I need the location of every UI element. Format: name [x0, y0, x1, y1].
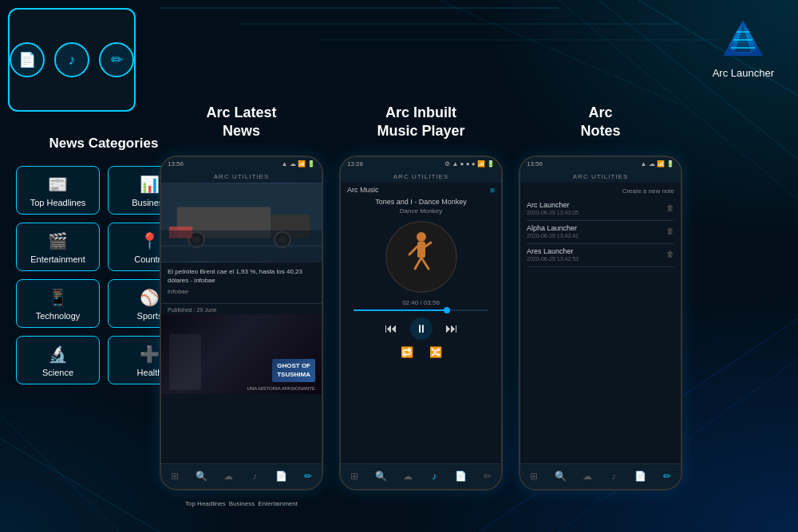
nav-grid-icon[interactable]: ⊞	[525, 467, 543, 485]
note-2-row: Alpha Launcher 2020-06-29 13:42:41 🗑	[527, 224, 674, 238]
news-divider	[161, 303, 322, 304]
play-pause-button[interactable]: ⏸	[410, 317, 433, 340]
news-phone-bottom-nav: ⊞ 🔍 ☁ ♪ 📄 ✏	[161, 463, 322, 489]
prev-track-button[interactable]: ⏮	[385, 321, 397, 336]
health-label: Health	[137, 368, 163, 377]
music-progress-fill	[354, 309, 448, 311]
time-display: 02:40 / 03:56	[347, 299, 495, 306]
nav-music-icon[interactable]: ♪	[605, 467, 622, 485]
ghost-tsushima-subtitle: UNA HISTORIA APASIONANTE	[247, 386, 315, 391]
music-phone-content: Arc Music ≡ Tones and I - Dance Monkey D…	[341, 183, 501, 361]
news-section-title: Arc Latest News	[206, 104, 276, 141]
arc-launcher-logo: Arc Launcher	[713, 16, 774, 81]
notes-phone-content: Create a new note Arc Launcher 2020-06-2…	[520, 183, 681, 275]
note-3-row: Ares Launcher 2020-06-29 13:42:53 🗑	[527, 247, 674, 262]
nav-doc-icon[interactable]: 📄	[632, 467, 650, 485]
notes-phone-header: ARC UTILITIES	[520, 171, 681, 183]
notes-section: Arc Notes 13:56 ▲ ☁ 📶 🔋 ARC UTILITIES Cr…	[519, 104, 682, 491]
album-art-illustration	[387, 223, 456, 291]
science-label: Science	[42, 368, 73, 377]
nav-doc-icon[interactable]: 📄	[452, 467, 470, 485]
top-headlines-icon: 📰	[48, 175, 68, 194]
business-icon: 📊	[140, 175, 160, 194]
nav-search-icon[interactable]: 🔍	[372, 467, 389, 485]
nav-edit-icon[interactable]: ✏	[658, 467, 676, 485]
news-phone-content: El petróleo Brent cae el 1,93 %, hasta l…	[161, 183, 322, 483]
nav-search-icon[interactable]: 🔍	[192, 467, 210, 485]
note-divider-3	[527, 266, 674, 267]
nav-edit-icon[interactable]: ✏	[299, 467, 317, 485]
music-controls: ⏮ ⏸ ⏭	[347, 317, 495, 340]
news-article1-image	[161, 183, 322, 262]
repeat-button[interactable]: 🔁	[401, 346, 413, 358]
music-header-row: Arc Music ≡	[347, 186, 495, 195]
music-icon-btn[interactable]: ♪	[54, 42, 89, 77]
music-progress-bar[interactable]	[354, 309, 488, 311]
category-entertainment[interactable]: 🎬 Entertainment	[16, 223, 100, 271]
svg-point-27	[417, 232, 426, 242]
nav-music-icon[interactable]: ♪	[246, 467, 263, 485]
svg-line-9	[0, 415, 120, 532]
entertainment-icon: 🎬	[48, 231, 68, 250]
ghost-tsushima-title: GHOST OFTSUSHIMA	[272, 359, 315, 382]
news-article2-image: GHOST OFTSUSHIMA UNA HISTORIA APASIONANT…	[161, 314, 322, 394]
health-icon: ➕	[140, 345, 160, 364]
category-science[interactable]: 🔬 Science	[16, 336, 100, 384]
news-phone-mockup: 13:56 ▲ ☁ 📶 🔋 ARC UTILITIES	[160, 156, 323, 491]
arc-logo-text: Arc Launcher	[713, 67, 774, 81]
news-section: Arc Latest News 13:56 ▲ ☁ 📶 🔋 ARC UTILIT…	[160, 104, 323, 507]
news-phone-header: ARC UTILITIES	[161, 171, 322, 183]
note-2-delete-button[interactable]: 🗑	[666, 227, 674, 235]
nav-cloud-icon[interactable]: ☁	[579, 467, 596, 485]
news-bottom-labels: Top Headlines Business Entertainment	[185, 500, 298, 507]
nav-doc-icon[interactable]: 📄	[273, 467, 290, 485]
create-new-note-button[interactable]: Create a new note	[527, 187, 674, 195]
top-left-phone-widget: 📄 ♪ ✏	[8, 8, 136, 112]
nav-search-icon[interactable]: 🔍	[551, 467, 569, 485]
music-filter-icon[interactable]: ≡	[490, 186, 495, 195]
note-item-2: Alpha Launcher 2020-06-29 13:42:41 🗑	[527, 224, 674, 238]
news-phone-status-bar: 13:56 ▲ ☁ 📶 🔋	[161, 157, 322, 171]
music-phone-header: ARC UTILITIES	[341, 171, 501, 183]
music-phone-bottom-nav: ⊞ 🔍 ☁ ♪ 📄 ✏	[341, 463, 501, 489]
edit-icon-btn[interactable]: ✏	[99, 42, 134, 77]
warrior-figure	[169, 334, 201, 390]
nav-cloud-icon[interactable]: ☁	[219, 467, 237, 485]
note-divider-1	[527, 220, 674, 221]
sports-icon: ⚾	[140, 288, 160, 307]
category-top-headlines[interactable]: 📰 Top Headlines	[16, 166, 100, 215]
sports-label: Sports	[137, 311, 163, 321]
arc-logo-icon	[719, 16, 767, 64]
doc-icon-btn[interactable]: 📄	[10, 42, 45, 77]
note-1-content: Arc Launcher 2020-06-29 13:43:05	[527, 201, 579, 215]
technology-label: Technology	[36, 311, 81, 321]
shuffle-button[interactable]: 🔀	[429, 346, 442, 358]
note-3-delete-button[interactable]: 🗑	[666, 250, 674, 258]
notes-phone-bottom-nav: ⊞ 🔍 ☁ ♪ 📄 ✏	[520, 463, 681, 489]
nav-grid-icon[interactable]: ⊞	[346, 467, 363, 485]
music-phone-mockup: 13:28 ⚙ ▲ ● ● ● 📶 🔋 ARC UTILITIES Arc Mu…	[339, 156, 503, 491]
nav-music-icon[interactable]: ♪	[425, 467, 443, 485]
category-technology[interactable]: 📱 Technology	[16, 279, 100, 328]
technology-icon: 📱	[48, 288, 68, 307]
note-item-1: Arc Launcher 2020-06-29 13:43:05 🗑	[527, 201, 674, 215]
music-phone-status-bar: 13:28 ⚙ ▲ ● ● ● 📶 🔋	[341, 157, 501, 171]
top-headlines-label: Top Headlines	[30, 198, 86, 207]
note-item-3: Ares Launcher 2020-06-29 13:42:53 🗑	[527, 247, 674, 262]
truck-scene-illustration	[161, 183, 322, 262]
album-art	[385, 221, 457, 293]
science-icon: 🔬	[48, 345, 68, 364]
country-icon: 📍	[140, 231, 160, 250]
next-track-button[interactable]: ⏭	[445, 321, 458, 336]
notes-phone-status-bar: 13:56 ▲ ☁ 📶 🔋	[520, 157, 681, 171]
nav-cloud-icon[interactable]: ☁	[399, 467, 417, 485]
news-article1-text: El petróleo Brent cae el 1,93 %, hasta l…	[161, 262, 322, 300]
svg-rect-28	[417, 242, 425, 258]
nav-edit-icon[interactable]: ✏	[479, 467, 496, 485]
note-1-row: Arc Launcher 2020-06-29 13:43:05 🗑	[527, 201, 674, 215]
note-1-delete-button[interactable]: 🗑	[666, 203, 674, 212]
svg-line-10	[439, 0, 678, 104]
notes-phone-mockup: 13:56 ▲ ☁ 📶 🔋 ARC UTILITIES Create a new…	[519, 156, 682, 491]
nav-grid-icon[interactable]: ⊞	[166, 467, 184, 485]
entertainment-label: Entertainment	[30, 254, 85, 264]
